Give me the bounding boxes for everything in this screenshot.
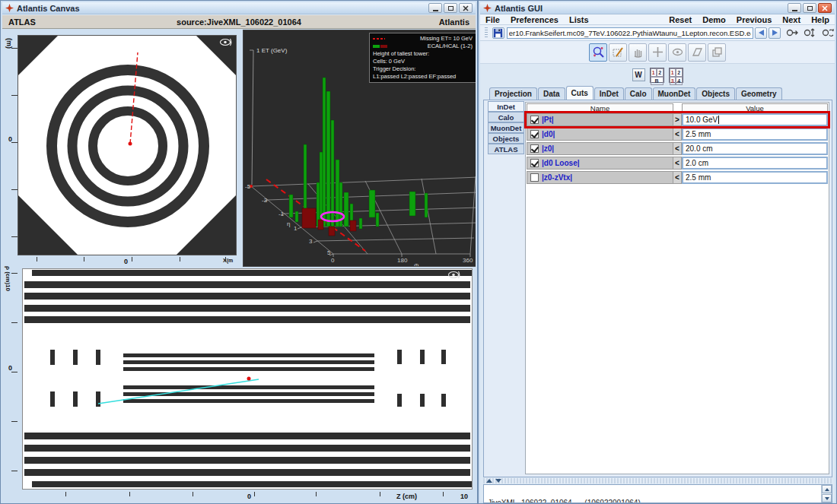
output-scrollbar[interactable] [821,485,832,502]
maximize-button[interactable] [444,3,457,13]
cuts-panel: InDetCaloMuonDetObjectsATLAS Name Value … [483,100,832,477]
tab[interactable]: Geometry [736,87,782,100]
lego-plot-canvas[interactable]: 1 ET (GeV)-5-3-1135η0180360Φ Missing ET=… [243,30,476,267]
crosshair-icon [651,46,664,59]
cut-row[interactable]: |d0 Loose| < 2.0 cm [527,157,828,170]
cut-checkbox[interactable] [530,130,539,138]
menu-action-item[interactable]: Demo [697,15,731,24]
cut-name-cell[interactable]: |z0| [527,142,673,155]
menu-item[interactable]: File [480,15,505,24]
fisheye-button[interactable] [668,43,686,62]
side-tab[interactable]: MuonDet [488,122,524,133]
layout-quad-button[interactable]: 1234 [669,68,683,83]
tab[interactable]: Calo [625,87,652,100]
event-source-field[interactable] [507,27,754,39]
tab[interactable]: InDet [594,87,624,100]
svg-text:η: η [287,220,290,227]
close-button[interactable] [459,3,473,13]
menu-item[interactable]: Lists [564,15,594,24]
corner-mask [18,195,78,255]
maximize-icon [448,6,454,11]
cut-name-cell[interactable]: |d0| [527,128,673,141]
svg-text:0: 0 [331,257,335,264]
close-button[interactable] [818,3,832,13]
eye-icon[interactable] [447,271,461,279]
edit-button[interactable] [609,43,627,62]
yx-projection-canvas[interactable] [18,35,237,255]
splitter-down-icon[interactable] [495,479,501,483]
side-tab[interactable]: ATLAS [488,144,524,154]
side-tab[interactable]: Calo [488,112,524,122]
cut-value-field[interactable]: 20.0 cm [682,142,828,155]
scroll-down-button[interactable] [822,494,832,502]
scroll-up-button[interactable] [822,485,832,493]
menu-action-item[interactable]: Next [777,15,806,24]
side-tab[interactable]: Objects [488,133,524,144]
canvas-titlebar[interactable]: Atlantis Canvas [2,2,476,14]
corner-mask [177,195,236,255]
cut-row[interactable]: |d0| < 2.5 mm [527,128,828,141]
cut-value-text: 2.5 mm [686,173,711,182]
previous-event-button[interactable] [755,27,767,39]
cut-value-field[interactable]: 2.0 cm [682,157,828,170]
layout-two-plus-bottom-button[interactable]: 12B [650,68,664,83]
tab[interactable]: MuonDet [653,87,696,100]
cut-checkbox[interactable] [530,159,539,167]
cut-name-cell[interactable]: |d0 Loose| [527,157,673,170]
cut-name-cell[interactable]: |z0-zVtx| [527,171,673,184]
cut-row[interactable]: |z0| < 20.0 cm [527,142,828,155]
toolbar-grip[interactable] [485,27,488,39]
pane-1: 1 [651,68,657,77]
gui-titlebar[interactable]: Atlantis GUI [480,2,835,14]
cut-value-text: 2.5 mm [686,130,711,138]
side-tab[interactable]: InDet [488,101,524,112]
arrow-down-icon [825,497,829,500]
eye-icon[interactable] [219,38,233,46]
menu-action-item[interactable]: Help [806,15,835,24]
tab-label: InDet [600,90,619,98]
splitter-up-icon[interactable] [486,479,492,483]
menu-action-item[interactable]: Reset [664,15,697,24]
minimize-button[interactable] [428,3,442,13]
minimize-button[interactable] [788,3,801,13]
next-event-button[interactable] [769,27,781,39]
arrow-left-icon [759,30,764,36]
cut-value-field[interactable]: 2.5 mm [682,171,828,184]
yx-x-zero-label: 0 [124,258,128,265]
crosshair-button[interactable] [648,43,667,62]
output-splitter[interactable] [483,478,832,483]
svg-text:Φ: Φ [414,262,418,266]
cut-checkbox[interactable] [530,116,539,124]
cut-name-cell[interactable]: |Pt| [527,113,673,126]
cut-row[interactable]: |Pt| > 10.0 GeV [527,113,828,126]
tab[interactable]: Data [538,87,565,100]
svg-text:5: 5 [327,249,331,256]
cut-checkbox[interactable] [530,173,539,182]
tab[interactable]: Cuts [566,86,594,100]
menu-action-item[interactable]: Previous [731,15,777,24]
loop-once-mode-button[interactable] [785,27,799,39]
legend-trigger: Trigger Decision: [373,65,415,73]
menu-item[interactable]: Preferences [505,15,564,24]
log-output-area[interactable]: JiveXML_106022_01064 (106022001064) [483,484,832,503]
tab[interactable]: Projection [489,87,537,100]
pick-zoom-button[interactable] [589,43,607,62]
loop-sequential-mode-button[interactable] [804,27,817,39]
event-source-row [480,25,835,41]
atlantis-gui-window: Atlantis GUI FilePreferencesLists ResetD… [478,0,837,504]
maximize-button[interactable] [803,3,816,13]
menus-left: FilePreferencesLists [480,15,594,24]
hand-pan-button[interactable] [629,43,647,62]
cut-row[interactable]: |z0-zVtx| < 2.5 mm [527,171,828,184]
cut-value-field[interactable]: 2.5 mm [682,128,828,141]
cut-value-field[interactable]: 10.0 GeV [682,113,828,126]
tab[interactable]: Objects [696,87,735,100]
pencil-icon [612,46,625,59]
full-window-button[interactable]: W [632,68,645,81]
open-file-button[interactable] [492,27,504,39]
rz-projection-canvas[interactable] [22,268,473,490]
rubberband-button[interactable] [688,43,706,62]
cut-checkbox[interactable] [530,144,539,153]
loop-random-mode-button[interactable] [821,27,835,39]
sync-cursors-button[interactable] [708,43,726,62]
